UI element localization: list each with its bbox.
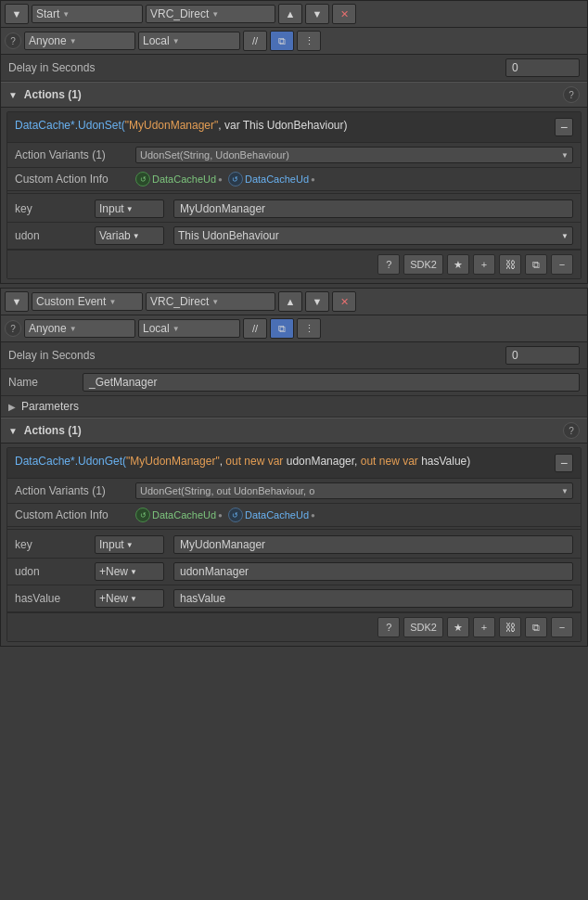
actions-expand-icon[interactable]: ▼	[8, 90, 18, 100]
custom-event-select[interactable]: Custom Event ▼	[32, 292, 143, 311]
actions-help-icon[interactable]: ?	[563, 86, 580, 103]
udon-value-select[interactable]: This UdonBehaviour ▼	[173, 226, 573, 245]
action-udon-manager: udonManager,	[287, 455, 361, 468]
custom-name-value[interactable]: _GetManager	[83, 373, 580, 392]
footer-minus-btn[interactable]: −	[551, 254, 573, 275]
key-type-select2[interactable]: Input ▼	[95, 535, 164, 554]
action-has-value: hasValue)	[421, 455, 470, 468]
action-remove-btn2[interactable]: −	[555, 454, 573, 472]
udon-type-select2[interactable]: +New ▼	[95, 562, 164, 581]
custom-delay-value: 0	[505, 346, 580, 365]
action-code-string: "MyUdonManager"	[125, 119, 219, 132]
key-label2: key	[15, 538, 89, 551]
udon-value-field2[interactable]: udonManager	[173, 562, 573, 581]
footer-chain-btn2[interactable]: ⛓	[499, 617, 521, 637]
footer-add-btn2[interactable]: +	[473, 617, 495, 637]
footer-star-btn2[interactable]: ★	[447, 617, 469, 637]
udon-label: udon	[15, 229, 89, 242]
action-variants-select[interactable]: UdonSet(String, UdonBehaviour) ▼	[135, 147, 573, 163]
footer-minus-btn2[interactable]: −	[551, 617, 573, 637]
key-type-select[interactable]: Input ▼	[95, 199, 164, 218]
chevron-down-icon: ▼	[70, 37, 77, 45]
start-down-btn[interactable]: ▼	[305, 4, 329, 24]
question-icon: ?	[386, 622, 391, 633]
start-vrc-select[interactable]: VRC_Direct ▼	[146, 5, 275, 23]
custom-actions-help-icon[interactable]: ?	[563, 422, 580, 439]
custom-copy-btn[interactable]: ⧉	[270, 318, 294, 339]
udon-label2: udon	[15, 565, 89, 578]
custom-close-btn[interactable]: ✕	[332, 291, 356, 312]
custom-help-icon[interactable]: ?	[5, 320, 21, 337]
custom-local-select[interactable]: Local ▼	[138, 319, 240, 338]
custom-anyone-select[interactable]: Anyone ▼	[24, 319, 135, 338]
start-copy-btn[interactable]: ⧉	[270, 31, 294, 51]
action-variants-label: Action Variants (1)	[15, 148, 135, 161]
custom-action-title-row: DataCache*.UdonGet("MyUdonManager", out …	[7, 448, 581, 479]
chevron-down-icon: ▼	[133, 232, 140, 240]
udon-type-select[interactable]: Variab ▼	[95, 226, 164, 245]
start-anyone-select[interactable]: Anyone ▼	[24, 32, 135, 50]
cache-icon-1: ↺	[135, 172, 150, 186]
footer-help-btn2[interactable]: ?	[377, 617, 400, 637]
custom-event-label: Custom Event	[36, 295, 106, 308]
chevron-down-icon: ▼	[62, 10, 70, 19]
custom-key-row: key Input ▼ MyUdonManager	[7, 532, 581, 559]
custom-name-label: Name	[8, 376, 83, 389]
key-type-value2: Input	[99, 538, 124, 551]
start-event-select[interactable]: Start ▼	[32, 5, 143, 23]
cache-ref-1[interactable]: ↺ DataCacheUd ●	[135, 172, 223, 186]
custom-collapse-btn[interactable]: ▼	[5, 291, 29, 312]
hasvalue-type-value: +New	[99, 592, 128, 605]
action-code-comma: , var This UdonBehaviour)	[218, 119, 347, 132]
footer-add-btn[interactable]: +	[473, 254, 495, 275]
start-action-title: DataCache*.UdonSet("MyUdonManager", var …	[15, 118, 555, 134]
start-delay-row: Delay in Seconds 0	[1, 55, 587, 82]
hasvalue-type-select[interactable]: +New ▼	[95, 589, 164, 608]
start-custom-action-row: Custom Action Info ↺ DataCacheUd ● ↺ Dat…	[7, 168, 581, 191]
start-actions-label: ▼ Actions (1)	[8, 88, 563, 101]
cache-ref-3[interactable]: ↺ DataCacheUd ●	[135, 508, 223, 522]
start-delay-label: Delay in Seconds	[8, 61, 505, 74]
cache-ref-4[interactable]: ↺ DataCacheUd ●	[228, 508, 315, 522]
dot-icon-2: ●	[311, 175, 315, 184]
custom-down-btn[interactable]: ▼	[305, 291, 329, 312]
footer-help-btn[interactable]: ?	[377, 254, 400, 275]
hasvalue-value-field[interactable]: hasValue	[173, 589, 573, 608]
custom-up-btn[interactable]: ▲	[278, 291, 302, 312]
plus-icon: +	[481, 622, 487, 633]
key-value-field2[interactable]: MyUdonManager	[173, 535, 573, 554]
start-up-btn[interactable]: ▲	[278, 4, 302, 24]
chevron-down-icon: ▼	[70, 325, 77, 333]
footer-chain-btn[interactable]: ⛓	[499, 254, 521, 275]
custom-delay-row: Delay in Seconds 0	[1, 342, 587, 369]
panel-start: ▼ Start ▼ VRC_Direct ▼ ▲ ▼ ✕ ? Anyone ▼ …	[0, 0, 588, 284]
chevron-down-icon: ▼	[109, 298, 116, 306]
key-value-field[interactable]: MyUdonManager	[173, 199, 573, 218]
start-menu-btn[interactable]: ⋮	[297, 31, 321, 51]
custom-menu-btn[interactable]: ⋮	[297, 318, 321, 339]
start-local-select[interactable]: Local ▼	[138, 32, 240, 50]
footer-star-btn[interactable]: ★	[447, 254, 469, 275]
start-action-block: DataCache*.UdonSet("MyUdonManager", var …	[6, 111, 582, 279]
cache-ref-2[interactable]: ↺ DataCacheUd ●	[228, 172, 315, 186]
start-collapse-btn[interactable]: ▼	[5, 4, 29, 24]
start-slash-btn[interactable]: //	[243, 31, 267, 51]
custom-params-header[interactable]: ▶ Parameters	[1, 396, 587, 418]
custom-slash-btn[interactable]: //	[243, 318, 267, 339]
start-close-btn[interactable]: ✕	[332, 4, 356, 24]
footer-copy-btn2[interactable]: ⧉	[525, 617, 547, 637]
custom-vrc-select[interactable]: VRC_Direct ▼	[146, 292, 275, 311]
footer-copy-btn[interactable]: ⧉	[525, 254, 547, 275]
divider-1	[7, 193, 581, 194]
action-variants-label2: Action Variants (1)	[15, 484, 135, 497]
actions-expand-icon[interactable]: ▼	[8, 426, 18, 436]
footer-sdk2-label2: SDK2	[403, 617, 443, 637]
star-icon: ★	[454, 259, 463, 271]
chevron-down-icon: ▼	[12, 8, 22, 19]
chevron-down-icon: ▼	[130, 568, 137, 576]
start-help-icon[interactable]: ?	[5, 32, 21, 49]
action-remove-btn[interactable]: −	[555, 118, 573, 136]
action-variants-select2[interactable]: UdonGet(String, out UdonBehaviour, o ▼	[135, 482, 573, 499]
dot-icon-4: ●	[311, 511, 315, 520]
chain-icon: ⛓	[505, 259, 516, 270]
